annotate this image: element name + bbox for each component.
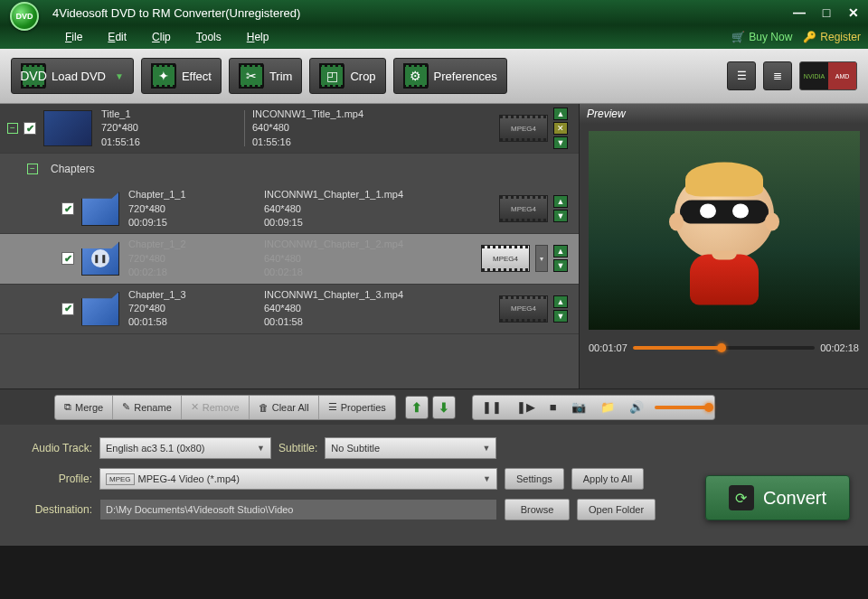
title-row[interactable]: − ✔ Title_1 720*480 01:55:16 INCONNW1_Ti… xyxy=(0,104,579,154)
menu-tools[interactable]: Tools xyxy=(184,27,234,47)
view-detail-button[interactable]: ≣ xyxy=(763,61,792,90)
merge-button[interactable]: ⧉Merge xyxy=(55,396,113,419)
chapters-header: − Chapters xyxy=(0,154,579,184)
row-delete-button[interactable]: ✕ xyxy=(553,122,568,135)
row-down-button[interactable]: ▼ xyxy=(553,136,568,149)
camera-icon: 📷 xyxy=(571,400,586,414)
collapse-title-button[interactable]: − xyxy=(7,123,18,134)
rename-button[interactable]: ✎Rename xyxy=(113,396,182,419)
app-logo: DVD xyxy=(7,0,42,25)
row-down-button[interactable]: ▼ xyxy=(553,259,568,272)
dvd-disc-icon: DVD xyxy=(10,2,39,31)
clear-all-button[interactable]: 🗑Clear All xyxy=(250,396,319,419)
title-thumbnail xyxy=(43,110,92,146)
chevron-down-icon: ▼ xyxy=(483,474,491,483)
stop-button[interactable]: ■ xyxy=(546,400,561,414)
chapter-thumbnail xyxy=(81,192,119,226)
menu-file[interactable]: File xyxy=(52,27,95,47)
codec-badge[interactable]: MPEG4 xyxy=(499,195,548,222)
chapter-row[interactable]: ✔ Chapter_1_1 720*480 00:09:15 INCONNW1_… xyxy=(0,184,579,234)
merge-icon: ⧉ xyxy=(64,401,71,413)
chapter-checkbox[interactable]: ✔ xyxy=(61,252,74,265)
row-down-button[interactable]: ▼ xyxy=(553,310,568,323)
list-icon: ☰ xyxy=(737,70,747,82)
speaker-icon: 🔊 xyxy=(629,400,644,414)
codec-badge[interactable]: MPEG4 xyxy=(499,295,548,323)
chapter-row[interactable]: ✔ ❚❚ Chapter_1_2 720*480 00:02:18 INCONN… xyxy=(0,234,579,284)
step-button[interactable]: ❚▶ xyxy=(513,400,539,414)
volume-slider[interactable] xyxy=(655,406,709,409)
chapter-row[interactable]: ✔ Chapter_1_3 720*480 00:01:58 INCONNW1_… xyxy=(0,285,579,334)
chapter-output-info: INCONNW1_Chapter_1_2.mp4 640*480 00:02:1… xyxy=(264,238,427,279)
chapter-thumbnail xyxy=(81,292,119,326)
settings-button[interactable]: Settings xyxy=(505,468,564,490)
codec-badge[interactable]: MPEG4 xyxy=(499,115,548,142)
pencil-icon: ✎ xyxy=(122,401,130,413)
effect-button[interactable]: ✦ Effect xyxy=(141,58,222,94)
preview-label: Preview xyxy=(580,104,868,124)
toolbar: DVD Load DVD ▼ ✦ Effect ✂ Trim ◰ Crop ⚙ … xyxy=(0,49,868,104)
title-checkbox[interactable]: ✔ xyxy=(24,122,36,135)
audio-track-label: Audio Track: xyxy=(13,442,92,454)
collapse-chapters-button[interactable]: − xyxy=(27,164,38,174)
content-area: − ✔ Title_1 720*480 01:55:16 INCONNW1_Ti… xyxy=(0,104,868,388)
view-list-button[interactable]: ☰ xyxy=(727,61,756,90)
codec-dropdown[interactable]: ▾ xyxy=(535,245,548,272)
menu-clip[interactable]: Clip xyxy=(139,27,184,47)
settings-panel: Audio Track: English ac3 5.1 (0x80)▼ Sub… xyxy=(0,425,868,546)
apply-to-all-button[interactable]: Apply to All xyxy=(571,468,644,490)
chapter-checkbox[interactable]: ✔ xyxy=(61,202,74,215)
remove-button[interactable]: ✕Remove xyxy=(182,396,250,419)
chapter-output-info: INCONNW1_Chapter_1_1.mp4 640*480 00:09:1… xyxy=(264,188,427,229)
codec-badge[interactable]: MPEG4 xyxy=(481,245,530,272)
snapshot-button[interactable]: 📷 xyxy=(568,400,590,414)
crop-icon: ◰ xyxy=(319,63,344,89)
subtitle-select[interactable]: No Subtitle▼ xyxy=(325,437,496,459)
open-snapshot-folder-button[interactable]: 📁 xyxy=(597,400,618,414)
timeline: 00:01:07 00:02:18 xyxy=(580,337,868,359)
chapter-checkbox[interactable]: ✔ xyxy=(61,303,74,315)
trim-button[interactable]: ✂ Trim xyxy=(229,58,303,94)
list-action-group: ⧉Merge ✎Rename ✕Remove 🗑Clear All ☰Prope… xyxy=(54,395,396,420)
row-up-button[interactable]: ▲ xyxy=(553,195,568,208)
chapter-info: Chapter_1_2 720*480 00:02:18 xyxy=(128,238,264,279)
register-link[interactable]: 🔑 Register xyxy=(803,31,861,43)
move-down-button[interactable]: ⬇ xyxy=(432,396,456,419)
properties-button[interactable]: ☰Properties xyxy=(319,396,395,419)
convert-button[interactable]: ⟳ Convert xyxy=(705,475,850,520)
preview-frame-content xyxy=(675,170,774,305)
load-dvd-button[interactable]: DVD Load DVD ▼ xyxy=(11,58,134,94)
title-info: Title_1 720*480 01:55:16 xyxy=(101,108,237,149)
pause-button[interactable]: ❚❚ xyxy=(478,400,505,414)
buy-now-link[interactable]: 🛒 Buy Now xyxy=(731,31,792,43)
menu-edit[interactable]: Edit xyxy=(95,27,139,47)
crop-button[interactable]: ◰ Crop xyxy=(309,58,385,94)
volume-button[interactable]: 🔊 xyxy=(626,400,647,414)
destination-input[interactable] xyxy=(99,499,497,520)
close-button[interactable]: ✕ xyxy=(846,5,861,20)
chapter-output-info: INCONNW1_Chapter_1_3.mp4 640*480 00:01:5… xyxy=(264,288,427,330)
chapter-thumbnail: ❚❚ xyxy=(81,241,119,276)
dvd-icon: DVD xyxy=(21,63,46,89)
browse-button[interactable]: Browse xyxy=(505,499,570,520)
seek-slider[interactable] xyxy=(633,346,815,350)
preview-panel: Preview 00:01:07 00:02:18 xyxy=(579,104,868,388)
row-up-button[interactable]: ▲ xyxy=(553,108,568,120)
chevron-down-icon: ▼ xyxy=(115,71,124,81)
audio-track-select[interactable]: English ac3 5.1 (0x80)▼ xyxy=(99,437,271,459)
menu-help[interactable]: Help xyxy=(234,27,282,47)
chevron-down-icon: ▼ xyxy=(482,444,490,453)
preferences-button[interactable]: ⚙ Preferences xyxy=(393,58,507,94)
amd-badge: AMD xyxy=(828,62,856,89)
row-up-button[interactable]: ▲ xyxy=(553,245,568,257)
row-down-button[interactable]: ▼ xyxy=(553,210,568,222)
minimize-button[interactable]: — xyxy=(792,5,807,20)
move-up-button[interactable]: ⬆ xyxy=(405,396,429,419)
maximize-button[interactable]: □ xyxy=(819,5,834,20)
profile-select[interactable]: MPEG MPEG-4 Video (*.mp4)▼ xyxy=(99,468,497,490)
open-folder-button[interactable]: Open Folder xyxy=(577,499,656,520)
row-up-button[interactable]: ▲ xyxy=(553,295,568,308)
subtitle-label: Subtitle: xyxy=(278,442,317,454)
preview-video[interactable] xyxy=(589,131,860,330)
cart-icon: 🛒 xyxy=(731,31,745,43)
